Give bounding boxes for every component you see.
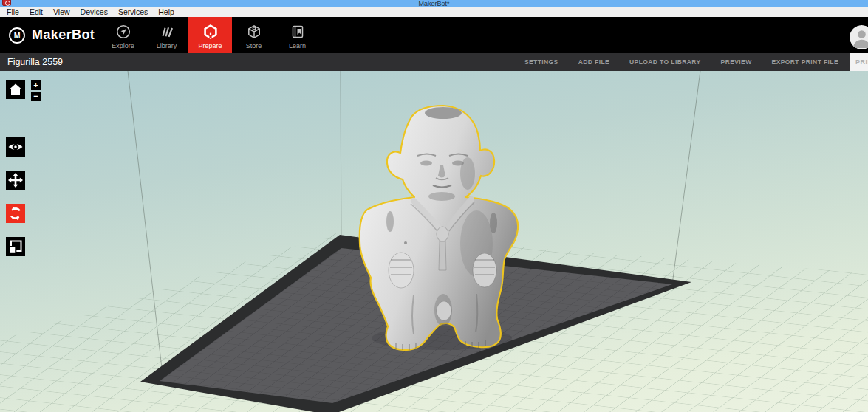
cube-icon (246, 24, 262, 40)
3d-viewport[interactable]: + − (0, 71, 868, 412)
menu-bar: File Edit View Devices Services Help (0, 7, 868, 17)
window-titlebar[interactable]: MakerBot* (0, 0, 868, 7)
move-arrows-icon (6, 171, 25, 190)
nav-explore[interactable]: Explore (101, 17, 145, 53)
app-window-icon[interactable] (2, 0, 11, 6)
main-toolbar: M MakerBot Explore Library (0, 17, 868, 53)
user-avatar[interactable] (850, 25, 868, 49)
preview-button[interactable]: PREVIEW (721, 58, 752, 66)
makerbot-logo: M MakerBot (8, 17, 95, 53)
export-print-file-button[interactable]: EXPORT PRINT FILE (772, 58, 838, 66)
svg-text:M: M (14, 31, 21, 40)
primary-nav: Explore Library Prepare (101, 17, 319, 53)
nav-label: Prepare (198, 42, 222, 49)
upload-to-library-button[interactable]: UPLOAD TO LIBRARY (629, 58, 701, 66)
nav-label: Explore (112, 42, 134, 49)
zoom-out-button[interactable]: − (31, 92, 41, 101)
move-tool-button[interactable] (6, 171, 25, 190)
nav-library[interactable]: Library (145, 17, 188, 53)
home-icon (6, 80, 25, 99)
menu-edit[interactable]: Edit (24, 7, 48, 17)
menu-view[interactable]: View (48, 7, 75, 17)
rotate-tool-button[interactable] (6, 204, 25, 223)
menu-help[interactable]: Help (153, 7, 180, 17)
eye-icon (6, 137, 25, 157)
model-figurine[interactable] (360, 106, 518, 350)
window-title: MakerBot* (0, 0, 868, 7)
add-file-button[interactable]: ADD FILE (578, 58, 609, 66)
3d-viewport-canvas[interactable] (0, 71, 868, 412)
zoom-in-button[interactable]: + (31, 80, 41, 90)
rotate-arrows-icon (6, 204, 25, 223)
person-icon (850, 25, 868, 49)
settings-button[interactable]: SETTINGS (524, 58, 558, 66)
nav-learn[interactable]: Learn (276, 17, 319, 53)
scale-squares-icon (6, 237, 25, 256)
print-button[interactable]: PRINT (850, 53, 868, 71)
brand-wordmark: MakerBot (32, 27, 95, 43)
makerbot-hexagon-icon (202, 24, 219, 40)
menu-services[interactable]: Services (113, 7, 153, 17)
menu-file[interactable]: File (1, 7, 24, 17)
view-tool-button[interactable] (6, 137, 25, 157)
scale-tool-button[interactable] (6, 237, 25, 256)
nav-label: Store (246, 42, 262, 49)
project-title: Figurilla 2559 (0, 57, 63, 67)
nav-store[interactable]: Store (232, 17, 276, 53)
book-bookmark-icon (290, 24, 306, 40)
nav-label: Learn (289, 42, 306, 49)
project-bar: Figurilla 2559 SETTINGS ADD FILE UPLOAD … (0, 53, 868, 71)
nav-prepare[interactable]: Prepare (188, 17, 232, 53)
nav-label: Library (157, 42, 177, 49)
compass-icon (115, 24, 131, 40)
project-actions: SETTINGS ADD FILE UPLOAD TO LIBRARY PREV… (524, 58, 868, 66)
library-stack-icon (159, 24, 175, 40)
menu-devices[interactable]: Devices (75, 7, 113, 17)
makerbot-monogram-icon: M (8, 27, 26, 44)
home-view-button[interactable] (6, 80, 25, 99)
